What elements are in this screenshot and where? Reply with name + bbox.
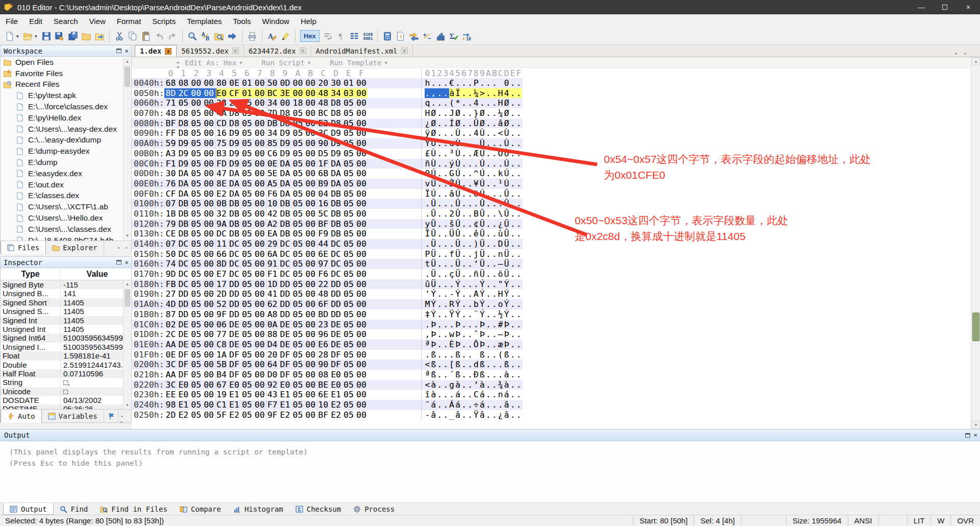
hex-byte[interactable]: DF xyxy=(228,350,240,360)
tree-file-item[interactable]: E:\easydex.dex xyxy=(1,168,131,179)
hex-byte[interactable]: 05 xyxy=(291,380,304,390)
hex-byte[interactable]: 00 xyxy=(253,400,266,410)
hex-byte[interactable]: 05 xyxy=(240,249,253,259)
hex-byte[interactable]: 05 xyxy=(342,149,355,159)
tree-file-item[interactable]: E:\classes.dex xyxy=(1,190,131,202)
hex-byte[interactable]: 6A xyxy=(266,249,279,259)
hex-byte[interactable]: C8 xyxy=(215,340,228,350)
hex-row[interactable]: 0060h:71050000282A05003400180048D80500q.… xyxy=(132,98,523,108)
hex-byte[interactable]: 05 xyxy=(240,199,253,209)
hex-byte[interactable]: 05 xyxy=(190,299,203,309)
hex-byte[interactable]: 05 xyxy=(190,269,203,279)
hex-byte[interactable]: 2C xyxy=(177,88,190,99)
menu-scripts[interactable]: Scripts xyxy=(146,15,181,27)
paste-icon[interactable] xyxy=(139,29,153,43)
hex-byte[interactable]: 00 xyxy=(203,249,215,259)
hex-byte[interactable]: DB xyxy=(228,209,240,219)
tree-file-item[interactable]: E:\...\force\classes.dex xyxy=(1,101,131,112)
hex-row[interactable]: 01B0h:87DD05009FDD0500A8DD0500BDDD0500‡Ý… xyxy=(132,309,523,320)
hex-byte[interactable]: 00 xyxy=(203,390,215,400)
hex-byte[interactable]: 00 xyxy=(203,189,215,199)
hex-byte[interactable]: 00 xyxy=(304,340,317,350)
hex-byte[interactable]: D9 xyxy=(330,149,342,159)
hex-byte[interactable]: 05 xyxy=(291,320,304,330)
hex-byte[interactable]: 96 xyxy=(317,329,330,340)
tree-folder-recent-files[interactable]: Recent Files xyxy=(1,79,131,90)
hex-ascii[interactable]: q...(*..4...HØ.. xyxy=(421,98,522,108)
hex-byte[interactable]: 05 xyxy=(240,169,253,179)
bottom-tab-output[interactable]: Output xyxy=(3,503,54,515)
hex-byte[interactable]: DD xyxy=(279,279,291,290)
hex-byte[interactable]: 00 xyxy=(203,169,215,179)
inspector-row[interactable]: Unsigned B...141 xyxy=(1,289,131,298)
hex-byte[interactable]: E7 xyxy=(215,269,228,279)
inspector-row[interactable]: Unicode□ xyxy=(1,387,131,396)
hex-byte[interactable]: 00 xyxy=(253,229,266,239)
hex-byte[interactable]: 00 xyxy=(203,259,215,269)
hex-byte[interactable]: 08 xyxy=(177,78,190,88)
hex-byte[interactable]: 05 xyxy=(291,239,304,249)
hex-byte[interactable]: 4A xyxy=(215,108,228,118)
hex-byte[interactable]: 00 xyxy=(304,98,317,108)
hex-byte[interactable]: 00 xyxy=(253,269,266,279)
hex-byte[interactable]: DC xyxy=(177,269,190,279)
hex-byte[interactable]: DD xyxy=(330,309,342,320)
hex-byte[interactable]: DE xyxy=(228,340,240,350)
hex-byte[interactable]: D9 xyxy=(330,128,342,138)
hex-byte[interactable]: 71 xyxy=(164,98,177,108)
hex-byte[interactable]: 8E xyxy=(215,179,228,189)
goto-icon[interactable] xyxy=(226,29,239,43)
hex-byte[interactable]: 05 xyxy=(291,370,304,380)
hex-ascii[interactable]: ‡Ý..ŸÝ..¨Ý..½Ý.. xyxy=(421,309,522,320)
hex-byte[interactable]: 8D xyxy=(164,88,177,99)
hex-byte[interactable]: 34 xyxy=(266,128,279,138)
hex-byte[interactable]: 91 xyxy=(266,259,279,269)
hex-byte[interactable]: 10 xyxy=(317,400,330,410)
tree-folder-open-files[interactable]: Open Files xyxy=(1,57,131,68)
hex-byte[interactable]: 00 xyxy=(304,159,317,169)
hex-ascii[interactable]: PÜ..fÜ..jÜ..nÜ.. xyxy=(421,249,522,259)
hex-byte[interactable]: E0 xyxy=(330,370,342,380)
hex-byte[interactable]: 00 xyxy=(253,390,266,400)
hex-byte[interactable]: 00 xyxy=(253,98,266,108)
hex-byte[interactable]: 6E xyxy=(317,249,330,259)
hex-row[interactable]: 0100h:07DB05000BDB050010DB050016DB0500.Û… xyxy=(132,199,523,209)
hex-byte[interactable]: DB xyxy=(177,199,190,209)
view-options-icon[interactable]: ▬▼ xyxy=(177,60,183,66)
hex-byte[interactable]: 0E xyxy=(164,350,177,360)
hex-ascii[interactable]: -â.._â..Ÿâ..¿â.. xyxy=(421,410,522,420)
hex-byte[interactable]: 00 xyxy=(304,88,317,99)
hex-byte[interactable]: 00 xyxy=(203,350,215,360)
hex-byte[interactable]: 05 xyxy=(240,98,253,108)
hex-byte[interactable]: 18 xyxy=(291,98,304,108)
hex-byte[interactable]: 00 xyxy=(355,309,368,320)
hex-ascii[interactable]: 0Ú..GÚ..^Ú..kÚ.. xyxy=(421,169,522,179)
status-word-size[interactable]: W xyxy=(930,515,950,526)
hex-row[interactable]: 01D0h:2CDE050077DE050088DE050096DE0500,Þ… xyxy=(132,329,523,340)
hex-byte[interactable]: 5F xyxy=(215,410,228,420)
hex-ascii[interactable]: ªÞ..ÈÞ..ÔÞ..æÞ.. xyxy=(421,340,522,350)
hex-byte[interactable]: 05 xyxy=(342,138,355,149)
hex-byte[interactable]: 00 xyxy=(253,340,266,350)
tab-scroll-arrows[interactable]: ◂ ▸ xyxy=(954,50,980,57)
hex-byte[interactable]: 00 xyxy=(203,370,215,380)
hex-byte[interactable]: 00 xyxy=(355,370,368,380)
hex-byte[interactable]: 00 xyxy=(355,189,368,199)
import-folder-icon[interactable] xyxy=(93,29,106,43)
convert-icon[interactable]: 16 xyxy=(460,29,474,43)
hex-ascii[interactable]: 'Ý..-Ý..AÝ..HÝ.. xyxy=(421,289,522,299)
hex-byte[interactable]: 05 xyxy=(190,108,203,118)
hex-ascii[interactable]: 0123456789ABCDEF xyxy=(421,68,522,78)
hex-byte[interactable]: 00 xyxy=(304,128,317,138)
hex-byte[interactable]: E2 xyxy=(228,410,240,420)
hex-byte[interactable]: 05 xyxy=(240,159,253,169)
hex-byte[interactable]: 00 xyxy=(304,138,317,149)
hex-byte[interactable]: 00 xyxy=(355,108,368,118)
tree-file-item[interactable]: D:\...\8-5408-9bC74-b4b xyxy=(1,235,131,241)
hex-byte[interactable]: 00 xyxy=(253,219,266,229)
hex-byte[interactable]: 05 xyxy=(291,309,304,320)
hex-byte[interactable]: 05 xyxy=(190,199,203,209)
hex-row[interactable]: 01A0h:4DDD050052DD050062DD05006FDD0500MÝ… xyxy=(132,299,523,309)
hex-byte[interactable]: BE xyxy=(317,380,330,390)
close-tab-icon[interactable]: x xyxy=(232,47,239,54)
